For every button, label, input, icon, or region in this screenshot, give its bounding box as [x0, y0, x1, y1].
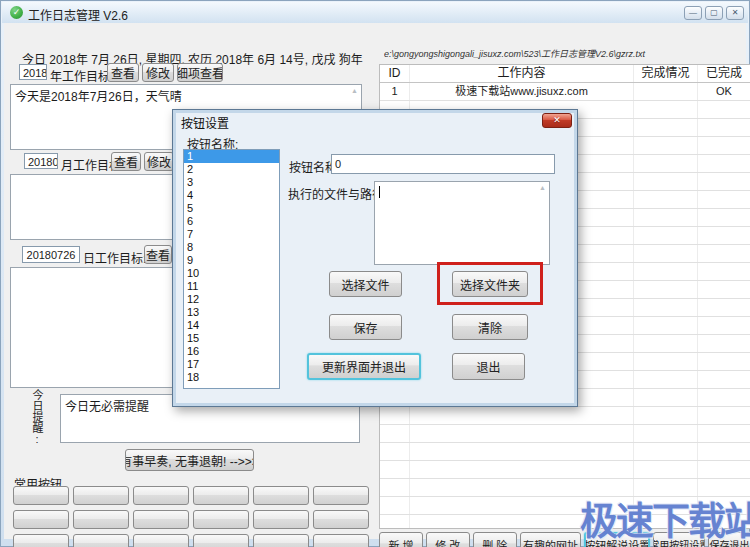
table-row[interactable] [380, 443, 750, 461]
maximize-icon[interactable]: ▢ [705, 6, 723, 20]
day-view-button[interactable]: 查看 [144, 245, 172, 264]
common-button-slot[interactable] [73, 486, 129, 505]
report-button[interactable]: 有事早奏, 无事退朝! -->>> [125, 449, 254, 471]
clear-button[interactable]: 清除 [452, 314, 528, 340]
app-icon: ✓ [10, 6, 23, 19]
dialog-close-icon[interactable]: ✕ [542, 113, 572, 128]
save-button[interactable]: 保存 [329, 314, 402, 340]
list-item[interactable]: 10 [184, 267, 279, 280]
list-item[interactable]: 3 [184, 176, 279, 189]
common-button-slot[interactable] [313, 534, 369, 547]
list-item[interactable]: 12 [184, 293, 279, 306]
update-exit-button[interactable]: 更新界面并退出 [307, 353, 421, 380]
button-name-input[interactable]: 0 [331, 154, 555, 174]
month-view-button[interactable]: 查看 [111, 152, 141, 171]
month-input[interactable]: 201807 [24, 153, 58, 169]
day-goal-label: 日工作目标: [83, 249, 146, 266]
common-button-slot[interactable] [313, 486, 369, 505]
scroll-up-icon[interactable]: ▲ [351, 87, 358, 94]
common-button-slot[interactable] [13, 486, 69, 505]
minimize-icon[interactable]: — [684, 6, 702, 20]
day-input[interactable]: 20180726 [22, 246, 80, 263]
table-action-button[interactable]: 有趣的网址 [520, 532, 582, 547]
table-row[interactable]: 1极速下载站www.jisuxz.comOK [380, 83, 750, 101]
common-button-slot[interactable] [193, 534, 249, 547]
list-item[interactable]: 16 [184, 345, 279, 358]
list-item[interactable]: 7 [184, 228, 279, 241]
dialog-title: 按钮设置 [181, 114, 229, 131]
exit-button[interactable]: 退出 [452, 353, 525, 380]
header-status: 完成情况 [634, 65, 698, 82]
list-item[interactable]: 8 [184, 241, 279, 254]
list-item[interactable]: 6 [184, 215, 279, 228]
list-item[interactable]: 13 [184, 306, 279, 319]
year-goal-text: 今天是2018年7月26日，天气晴 [15, 90, 182, 104]
list-item[interactable]: 9 [184, 254, 279, 267]
log-file-path: e:\gongyongshigongali_jisuxz.com\523\工作日… [384, 47, 744, 60]
list-item[interactable]: 14 [184, 319, 279, 332]
common-button-slot[interactable] [13, 534, 69, 547]
common-button-slot[interactable] [73, 510, 129, 529]
table-row[interactable] [380, 407, 750, 425]
list-item[interactable]: 15 [184, 332, 279, 345]
common-button-slot[interactable] [313, 510, 369, 529]
month-edit-button[interactable]: 修改 [144, 152, 174, 171]
common-button-slot[interactable] [193, 510, 249, 529]
app-window: ✓ 工作日志管理 V2.6 — ▢ ✕ 今日 2018年 7月 26日, 星期四… [0, 0, 750, 547]
year-edit-button[interactable]: 修改 [142, 63, 174, 82]
common-button-slot[interactable] [193, 486, 249, 505]
table-action-button[interactable]: 删 除 [473, 532, 517, 547]
common-buttons-grid [13, 486, 375, 547]
scroll-up-icon[interactable]: ▲ [539, 184, 546, 191]
site-watermark: 极速下载站 [580, 490, 750, 545]
table-row[interactable] [380, 425, 750, 443]
common-button-slot[interactable] [253, 534, 309, 547]
list-item[interactable]: 18 [184, 371, 279, 384]
list-item[interactable]: 17 [184, 358, 279, 371]
header-id: ID [380, 65, 410, 82]
table-row[interactable] [380, 461, 750, 479]
annotation-highlight-rect [437, 262, 543, 305]
year-goal-label: 年工作目标: [50, 67, 113, 84]
common-button-slot[interactable] [13, 510, 69, 529]
common-button-slot[interactable] [133, 510, 189, 529]
title-bar: ✓ 工作日志管理 V2.6 — ▢ ✕ [2, 2, 748, 23]
exec-path-label: 执行的文件与路径: [288, 185, 387, 202]
select-file-button[interactable]: 选择文件 [329, 271, 402, 297]
header-content: 工作内容 [410, 65, 634, 82]
table-action-button[interactable]: 修 改 [426, 532, 470, 547]
list-item[interactable]: 1 [184, 150, 279, 163]
year-input[interactable]: 2018 [19, 64, 47, 80]
button-list[interactable]: 123456789101112131415161718 [183, 149, 280, 389]
table-header: ID 工作内容 完成情况 已完成 [380, 65, 750, 83]
text-cursor [379, 186, 380, 198]
list-item[interactable]: 4 [184, 189, 279, 202]
common-button-slot[interactable] [133, 486, 189, 505]
common-button-slot[interactable] [253, 486, 309, 505]
year-detail-button[interactable]: 细项查看 [177, 63, 223, 82]
common-button-slot[interactable] [133, 534, 189, 547]
close-icon[interactable]: ✕ [726, 6, 744, 20]
year-view-button[interactable]: 查看 [107, 63, 139, 82]
list-item[interactable]: 11 [184, 280, 279, 293]
exec-path-textarea[interactable]: ▲ [374, 181, 550, 265]
reminder-label: 今日提醒: [30, 389, 45, 451]
common-button-slot[interactable] [73, 534, 129, 547]
common-button-slot[interactable] [253, 510, 309, 529]
window-title: 工作日志管理 V2.6 [28, 6, 128, 23]
list-item[interactable]: 5 [184, 202, 279, 215]
button-settings-dialog: 按钮设置 ✕ 按钮名称: 123456789101112131415161718… [172, 109, 578, 407]
list-item[interactable]: 2 [184, 163, 279, 176]
header-done: 已完成 [698, 65, 750, 82]
table-action-button[interactable]: 新 增 [379, 532, 423, 547]
